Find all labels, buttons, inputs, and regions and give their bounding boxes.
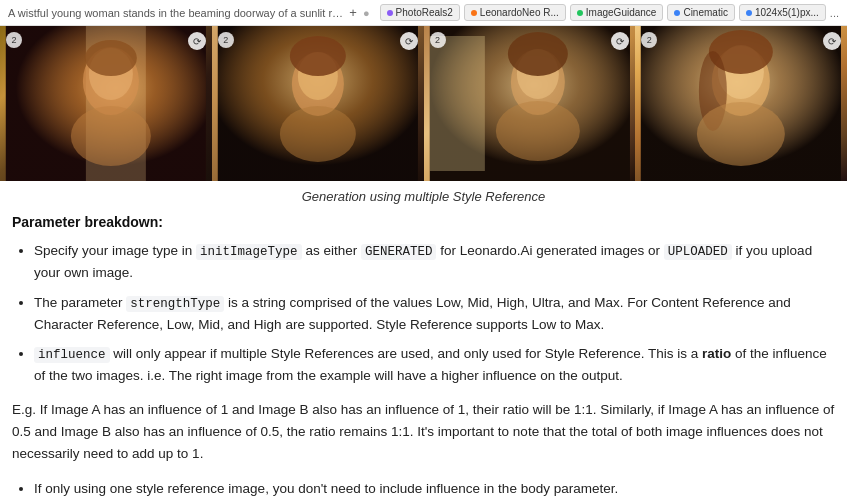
bullet-list: Specify your image type in initImageType… (12, 240, 835, 387)
tab-resolution[interactable]: 1024x5(1)px... (739, 4, 826, 21)
image-action-4[interactable]: ⟳ (823, 32, 841, 50)
bullet-3-bold: ratio (702, 346, 731, 361)
more-tabs[interactable]: ... (830, 7, 839, 19)
tab-cinematic[interactable]: Cinematic (667, 4, 734, 21)
svg-point-12 (280, 106, 356, 162)
section-title: Parameter breakdown: (12, 214, 835, 230)
gallery-image-1: 2 ⟳ (0, 26, 212, 181)
bullet-last-text: If only using one style reference image,… (34, 481, 618, 496)
tab-dot (387, 10, 393, 16)
gallery-image-2: 2 ⟳ (212, 26, 424, 181)
bullet-item-2: The parameter strengthType is a string c… (34, 292, 835, 336)
gallery-image-3: 2 ⟳ (424, 26, 636, 181)
description-text: A wistful young woman stands in the beam… (8, 7, 343, 19)
bullet-item-3: influence will only appear if multiple S… (34, 343, 835, 387)
tab-label: LeonardoNeo R... (480, 7, 559, 18)
svg-point-11 (290, 36, 346, 76)
bullet-2-text-1: The parameter (34, 295, 126, 310)
image-gallery: 2 ⟳ 2 ⟳ (0, 26, 847, 181)
image-action-1[interactable]: ⟳ (188, 32, 206, 50)
svg-point-26 (697, 102, 785, 166)
bullet-item-1: Specify your image type in initImageType… (34, 240, 835, 284)
tab-dot (577, 10, 583, 16)
svg-point-19 (495, 101, 579, 161)
gallery-caption: Generation using multiple Style Referenc… (0, 181, 847, 214)
bullet-2-code-1: strengthType (126, 296, 224, 312)
tab-leonardo[interactable]: LeonardoNeo R... (464, 4, 566, 21)
bullet-3-code-1: influence (34, 347, 110, 363)
svg-point-5 (85, 40, 137, 76)
bullet-1-text-3: for Leonardo.Ai generated images or (436, 243, 663, 258)
image-num-2: 2 (218, 32, 234, 48)
image-num-1: 2 (6, 32, 22, 48)
tab-dot (746, 10, 752, 16)
tab-label: 1024x5(1)px... (755, 7, 819, 18)
svg-rect-15 (429, 36, 484, 171)
svg-point-6 (71, 106, 151, 166)
tab-label: Cinematic (683, 7, 727, 18)
tab-dot (674, 10, 680, 16)
bullet-item-last: If only using one style reference image,… (34, 478, 835, 500)
tab-imageguidance[interactable]: ImageGuidance (570, 4, 664, 21)
bullet-1-text-2: as either (302, 243, 361, 258)
gallery-image-4: 2 ⟳ (635, 26, 847, 181)
tab-photoreals[interactable]: PhotoReals2 (380, 4, 460, 21)
plus-icon[interactable]: + (349, 5, 357, 20)
tab-label: PhotoReals2 (396, 7, 453, 18)
tab-label: ImageGuidance (586, 7, 657, 18)
image-num-3: 2 (430, 32, 446, 48)
bullet-1-code-2: GENERATED (361, 244, 437, 260)
bullet-3-text-1: will only appear if multiple Style Refer… (110, 346, 703, 361)
bullet-1-text-1: Specify your image type in (34, 243, 196, 258)
bullet-list-last: If only using one style reference image,… (12, 478, 835, 500)
top-bar: A wistful young woman stands in the beam… (0, 0, 847, 26)
svg-point-18 (507, 32, 567, 76)
main-paragraph: E.g. If Image A has an influence of 1 an… (12, 399, 835, 466)
bullet-1-code-1: initImageType (196, 244, 302, 260)
tab-dot (471, 10, 477, 16)
bullet-1-code-3: UPLOADED (664, 244, 732, 260)
image-action-2[interactable]: ⟳ (400, 32, 418, 50)
top-bar-tabs: PhotoReals2 LeonardoNeo R... ImageGuidan… (380, 4, 839, 21)
content-area: Parameter breakdown: Specify your image … (0, 214, 847, 502)
